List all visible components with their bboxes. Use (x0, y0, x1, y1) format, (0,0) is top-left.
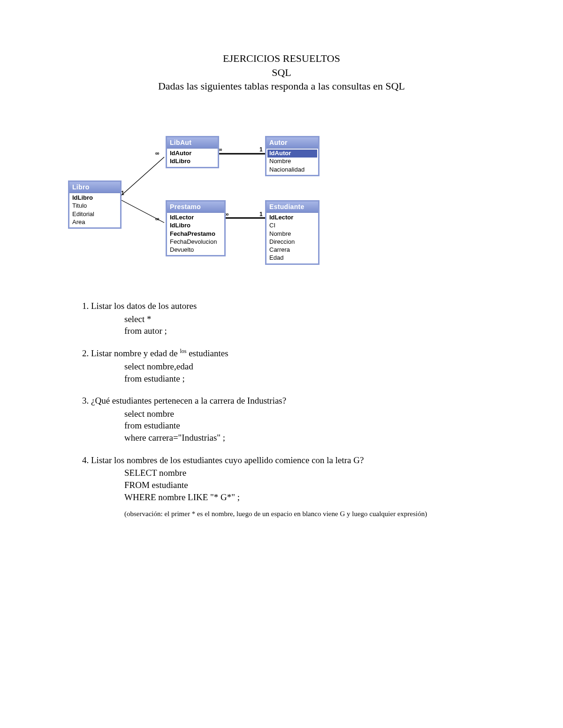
exercise-number: 4. (82, 455, 89, 465)
rel-libaut-many-left: ∞ (155, 150, 160, 157)
rel-estudiante-one: 1 (259, 211, 263, 218)
table-libaut-fields: IdAutor IdLibro (167, 149, 218, 167)
document-page: EJERCICIOS RESUELTOS SQL Dadas las sigui… (0, 0, 563, 728)
rel-prestamo-many-left: ∞ (155, 216, 160, 222)
table-libro: Libro IdLibro Titulo Editorial Area (68, 180, 122, 229)
field: Titulo (69, 202, 120, 210)
exercise-code: select nombre,edad from estudiante ; (124, 360, 439, 384)
exercise-number: 2. (82, 348, 89, 358)
table-libro-title: Libro (69, 182, 120, 193)
table-estudiante-fields: IdLector CI Nombre Direccion Carrera Eda… (266, 213, 318, 263)
exercise-question: 2. Listar nombre y edad de los estudiant… (82, 347, 439, 360)
exercise-question: 1. Listar los datos de los autores (82, 300, 439, 312)
field: IdLector (167, 214, 224, 222)
table-prestamo-title: Prestamo (167, 202, 224, 213)
exercise-code: SELECT nombre FROM estudiante WHERE nomb… (124, 467, 439, 503)
field: Area (69, 218, 120, 226)
exercise-3: 3. ¿Qué estudiantes pertenecen a la carr… (82, 395, 439, 444)
exercise-code: select nombre from estudiante where carr… (124, 408, 439, 444)
header-line-1: EJERCICIOS RESUELTOS (0, 52, 563, 66)
field: IdLibro (69, 194, 120, 202)
exercise-text: ¿Qué estudiantes pertenecen a la carrera… (91, 396, 286, 405)
exercise-number: 3. (82, 396, 89, 405)
table-autor-title: Autor (266, 137, 318, 149)
document-header: EJERCICIOS RESUELTOS SQL Dadas las sigui… (0, 52, 563, 93)
field: Nombre (266, 230, 318, 238)
table-estudiante: Estudiante IdLector CI Nombre Direccion … (265, 200, 320, 265)
svg-line-0 (120, 157, 164, 197)
header-line-3: Dadas las siguientes tablas responda a l… (0, 79, 563, 93)
exercise-text-pre: Listar nombre y edad de (91, 348, 180, 358)
field: CI (266, 222, 318, 230)
table-libro-fields: IdLibro Titulo Editorial Area (69, 193, 120, 227)
field: Nacionalidad (266, 166, 318, 174)
table-prestamo: Prestamo IdLector IdLibro FechaPrestamo … (166, 200, 226, 256)
field: IdLibro (167, 222, 224, 230)
exercise-number: 1. (82, 301, 89, 311)
er-diagram: 1 ∞ ∞ ∞ 1 ∞ 1 Libro IdLibro Titulo Edito… (68, 122, 396, 291)
field: IdLibro (167, 158, 218, 165)
field: FechaPrestamo (167, 230, 224, 238)
exercise-observation: (observación: el primer * es el nombre, … (124, 510, 439, 518)
rel-autor-one: 1 (259, 146, 263, 153)
field: Devuelto (167, 246, 224, 254)
field: Carrera (266, 246, 318, 254)
exercise-2: 2. Listar nombre y edad de los estudiant… (82, 347, 439, 384)
table-libaut: LibAut IdAutor IdLibro (166, 136, 219, 168)
exercise-text: Listar los nombres de los estudiantes cu… (91, 455, 364, 465)
field: Editorial (69, 210, 120, 218)
table-autor: Autor IdAutor Nombre Nacionalidad (265, 136, 320, 176)
table-prestamo-fields: IdLector IdLibro FechaPrestamo FechaDevo… (167, 213, 224, 255)
exercise-4: 4. Listar los nombres de los estudiantes… (82, 454, 439, 518)
exercise-question: 4. Listar los nombres de los estudiantes… (82, 454, 439, 466)
exercise-text-post: estudiantes (186, 348, 228, 358)
exercise-text: Listar los datos de los autores (91, 301, 197, 311)
field: FechaDevolucion (167, 238, 224, 246)
exercise-list: 1. Listar los datos de los autores selec… (82, 300, 439, 529)
field: IdAutor (167, 150, 218, 158)
exercise-question: 3. ¿Qué estudiantes pertenecen a la carr… (82, 395, 439, 407)
header-line-2: SQL (0, 66, 563, 80)
exercise-text-sup: los (180, 348, 186, 354)
field: Edad (266, 254, 318, 262)
exercise-code: select * from autor ; (124, 313, 439, 337)
field: Direccion (266, 238, 318, 246)
table-autor-fields: IdAutor Nombre Nacionalidad (266, 149, 318, 175)
exercise-1: 1. Listar los datos de los autores selec… (82, 300, 439, 337)
table-libaut-title: LibAut (167, 137, 218, 149)
field-selected: IdAutor (267, 150, 317, 158)
rel-libro-one: 1 (121, 190, 124, 196)
field: IdLector (266, 214, 318, 222)
field: Nombre (266, 158, 318, 165)
table-estudiante-title: Estudiante (266, 202, 318, 213)
